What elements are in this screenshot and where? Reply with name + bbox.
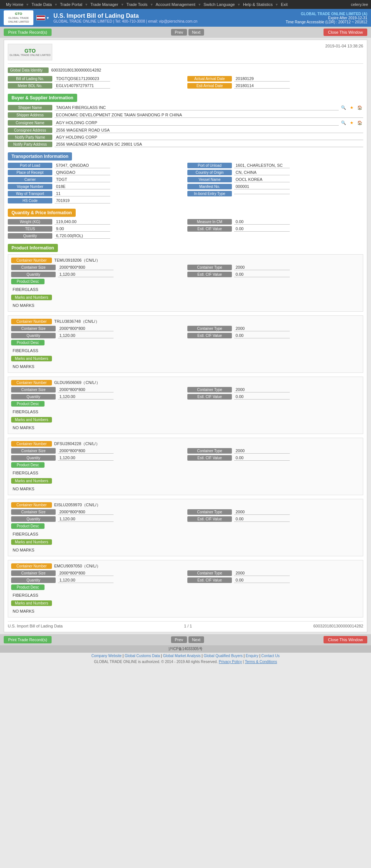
container-type-value-4: 2000 <box>234 509 290 515</box>
close-button-bottom[interactable]: Close This Window <box>324 636 367 643</box>
nav-trade-manager[interactable]: Trade Manager <box>88 1 121 8</box>
container-size-value-5: 2000*800*800 <box>58 570 114 576</box>
meter-bol-value: EGLV140797279771 <box>55 83 110 89</box>
container-cif-label-5: Estl. CIF Value <box>187 577 232 583</box>
nav-account[interactable]: Account Management <box>153 1 198 8</box>
link-qualified-buyers[interactable]: Global Qualified Buyers <box>204 654 243 658</box>
product-desc-row-2: Product Desc <box>11 401 360 407</box>
print-button-bottom[interactable]: Print Trade Record(s) <box>4 636 52 643</box>
print-button-top[interactable]: Print Trade Record(s) <box>4 29 52 36</box>
record-header: GTO GLOBAL TRADE ONLINE LIMITED 2019-01-… <box>8 44 363 64</box>
teus-cif-row: TEUS 9.00 Estl. CIF Value 0.00 <box>8 226 363 232</box>
esti-arrival-value: 20180114 <box>234 83 290 89</box>
quantity-price-section: Quantity & Price Information Weight (KG)… <box>8 205 363 239</box>
place-of-receipt-label: Place of Receipt <box>8 170 52 175</box>
product-desc-value-1: FIBERGLASS <box>11 348 360 354</box>
country-of-origin-label: Country of Origin <box>187 170 232 175</box>
container-cif-value-0: 0.00 <box>234 272 290 277</box>
container-size-col-3: Container Size 2000*800*800 <box>11 448 184 454</box>
nav-help[interactable]: Help & Statistics <box>240 1 276 8</box>
prev-button-top[interactable]: Prev <box>171 29 187 36</box>
voyage-label: Voyage Number <box>8 184 52 189</box>
nav-trade-data[interactable]: Trade Data <box>29 1 55 8</box>
company-links: Company Website | Global Customs Data | … <box>0 653 371 659</box>
nav-trade-portal[interactable]: Trade Portal <box>57 1 85 8</box>
container-qty-value-0: 1,120.00 <box>58 272 114 277</box>
cif-col: Estl. CIF Value 0.00 <box>187 226 363 232</box>
container-cif-value-5: 0.00 <box>234 577 290 583</box>
star-icon[interactable]: ★ <box>348 104 355 111</box>
container-size-type-row-5: Container Size 2000*800*800 Container Ty… <box>11 570 360 576</box>
copyright-bar: GLOBAL TRADE ONLINE is authorized. © 201… <box>0 659 371 665</box>
hs-code-row: HS Code 701919 <box>8 198 363 203</box>
weight-measure-row: Weight (KG) 119,040.00 Measure In CM 0.0… <box>8 219 363 225</box>
main-content: GTO GLOBAL TRADE ONLINE LIMITED 2019-01-… <box>4 40 367 632</box>
container-size-type-row-3: Container Size 2000*800*800 Container Ty… <box>11 448 360 454</box>
container-cif-label-1: Estl. CIF Value <box>187 333 232 338</box>
link-global-customs[interactable]: Global Customs Data <box>125 654 160 658</box>
esti-arrival-label: Esti Arrival Date <box>187 83 232 89</box>
shipper-address-row: Shipper Address ECONOMIC DEVELOPMENT ZON… <box>8 112 363 118</box>
search-icon[interactable]: 🔍 <box>340 104 347 111</box>
container-block-5: Container Number EMCU9097050（CN/L/） Cont… <box>8 560 363 617</box>
next-button-bottom[interactable]: Next <box>188 636 204 643</box>
nav-home[interactable]: My Home <box>3 1 26 8</box>
manifest-value: 000001 <box>234 184 290 189</box>
marks-row-0: Marks and Numbers <box>11 295 360 301</box>
container-qty-label-5: Quantity <box>11 577 56 583</box>
container-cif-label-0: Estl. CIF Value <box>187 272 232 277</box>
consignee-search-icon[interactable]: 🔍 <box>340 119 347 126</box>
marks-value-0: NO MARKS <box>11 302 360 308</box>
product-desc-row-3: Product Desc <box>11 462 360 468</box>
consignee-star-icon[interactable]: ★ <box>348 119 355 126</box>
container-size-value-2: 2000*800*800 <box>58 387 114 392</box>
container-size-label-3: Container Size <box>11 448 56 454</box>
shipper-name-row: Shipper Name TAIGAN FIBERGLASS INC 🔍 ★ 🏠 <box>8 104 363 111</box>
container-type-col-4: Container Type 2000 <box>187 509 360 515</box>
marks-label-0: Marks and Numbers <box>11 295 52 300</box>
header-logo-area: GTOGLOBAL TRADE ONLINE LIMITED ▾ U.S. Im… <box>4 10 197 25</box>
container-type-value-2: 2000 <box>234 387 290 392</box>
marks-value-3: NO MARKS <box>11 486 360 492</box>
nav-language[interactable]: Switch Language <box>201 1 238 8</box>
product-header: Product Information <box>8 244 58 252</box>
container-size-col-1: Container Size 2000*800*800 <box>11 326 184 331</box>
link-enquiry[interactable]: Enquiry <box>246 654 258 658</box>
transportation-section: Transportation Information Port of Load … <box>8 149 363 203</box>
link-privacy[interactable]: Privacy Policy <box>219 660 242 664</box>
nav-buttons-top: Prev Next <box>171 29 204 36</box>
container-qty-label-0: Quantity <box>11 272 56 277</box>
consignee-home-icon[interactable]: 🏠 <box>357 119 363 126</box>
container-size-value-4: 2000*800*800 <box>58 509 114 515</box>
link-contact[interactable]: Contact Us <box>261 654 279 658</box>
nav-trade-tools[interactable]: Trade Tools <box>124 1 151 8</box>
marks-row-4: Marks and Numbers <box>11 539 360 546</box>
container-qty-col-0: Quantity 1,120.00 <box>11 272 184 277</box>
next-button-top[interactable]: Next <box>188 29 204 36</box>
container-number-value-1: TRLU3836748（CN/L/） <box>54 319 99 324</box>
link-terms[interactable]: Terms & Conditions <box>245 660 277 664</box>
container-type-value-1: 2000 <box>234 326 290 331</box>
shipper-name-label: Shipper Name <box>8 105 52 110</box>
link-market-analysis[interactable]: Global Market Analysis <box>163 654 201 658</box>
link-company-website[interactable]: Company Website <box>91 654 122 658</box>
container-number-row-2: Container Number GLDU9506069（CN/L/） <box>11 380 360 385</box>
consignee-name-label: Consignee Name <box>8 120 52 126</box>
shipper-name-value: TAIGAN FIBERGLASS INC <box>55 105 339 110</box>
way-of-transport-value: 11 <box>55 191 110 196</box>
port-of-load-col: Port of Load 57047, QINGDAO <box>8 163 184 168</box>
product-desc-value-5: FIBERGLASS <box>11 592 360 598</box>
close-button-top[interactable]: Close This Window <box>324 29 367 36</box>
nav-exit[interactable]: Exit <box>278 1 290 8</box>
container-cif-value-2: 0.00 <box>234 394 290 400</box>
product-section: Product Information Container Number TEM… <box>8 240 363 617</box>
marks-row-1: Marks and Numbers <box>11 356 360 362</box>
flag-label: ▾ <box>47 16 49 20</box>
inbond-label: In-bond Entry Type <box>187 191 232 196</box>
container-block-2: Container Number GLDU9506069（CN/L/） Cont… <box>8 377 363 434</box>
marks-label-1: Marks and Numbers <box>11 356 52 361</box>
prev-button-bottom[interactable]: Prev <box>171 636 187 643</box>
marks-label-4: Marks and Numbers <box>11 539 52 545</box>
home-icon[interactable]: 🏠 <box>357 104 363 111</box>
container-qty-label-4: Quantity <box>11 516 56 522</box>
